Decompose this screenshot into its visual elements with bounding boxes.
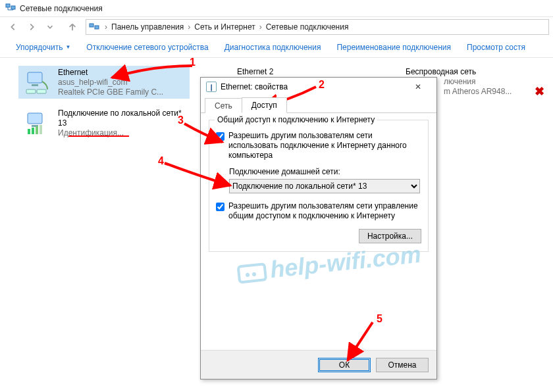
connection-wifi-status: лючения bbox=[444, 77, 476, 87]
allow-share-row: Разрешить другим пользователям сети испо… bbox=[216, 131, 421, 160]
connection-lan13[interactable]: Подключение по локальной сети* 13 Иденти… bbox=[18, 107, 190, 139]
dialog-body: Общий доступ к подключению к Интернету Р… bbox=[201, 113, 436, 350]
nav-forward-button[interactable] bbox=[22, 19, 41, 35]
tab-sharing[interactable]: Доступ bbox=[242, 97, 287, 113]
disabled-x-icon: ✖ bbox=[535, 84, 544, 99]
allow-control-label: Разрешить другим пользователям сети упра… bbox=[228, 201, 421, 221]
svg-rect-12 bbox=[36, 126, 38, 134]
settings-button[interactable]: Настройка... bbox=[359, 229, 421, 243]
dialog-titlebar: ❙ Ethernet: свойства ✕ bbox=[201, 78, 436, 96]
allow-control-checkbox[interactable] bbox=[216, 203, 224, 211]
nav-up-button[interactable] bbox=[63, 19, 82, 35]
ics-group-legend: Общий доступ к подключению к Интернету bbox=[215, 115, 377, 124]
home-network-label: Подключение домашней сети: bbox=[229, 167, 421, 176]
connection-wifi-device: m Atheros AR948... bbox=[444, 87, 512, 97]
chevron-right-icon[interactable]: › bbox=[102, 22, 110, 32]
allow-share-label: Разрешить другим пользователям сети испо… bbox=[228, 131, 421, 160]
breadcrumb-item[interactable]: Сеть и Интернет bbox=[193, 22, 256, 32]
svg-rect-5 bbox=[32, 84, 38, 86]
nav-back-button[interactable] bbox=[4, 19, 22, 35]
nav-dropdown-button[interactable] bbox=[41, 19, 59, 35]
window-titlebar: Сетевые подключения bbox=[0, 0, 553, 17]
toolbar: Упорядочить▼ Отключение сетевого устройс… bbox=[0, 37, 553, 58]
toolbar-organize-label: Упорядочить bbox=[16, 43, 63, 52]
svg-rect-11 bbox=[32, 128, 34, 134]
network-folder-icon bbox=[89, 22, 99, 32]
navbar: › Панель управления › Сеть и Интернет › … bbox=[0, 17, 553, 37]
svg-rect-0 bbox=[6, 4, 10, 7]
breadcrumb-item[interactable]: Панель управления bbox=[110, 22, 185, 32]
breadcrumb-item[interactable]: Сетевые подключения bbox=[265, 22, 350, 32]
connection-ethernet2[interactable]: Ethernet 2 bbox=[237, 67, 273, 77]
network-connections-icon bbox=[5, 2, 16, 14]
toolbar-organize[interactable]: Упорядочить▼ bbox=[8, 43, 78, 52]
chevron-right-icon[interactable]: › bbox=[185, 22, 193, 32]
svg-rect-4 bbox=[28, 72, 42, 83]
connection-wifi[interactable]: Беспроводная сеть bbox=[406, 67, 476, 77]
tab-network[interactable]: Сеть bbox=[205, 98, 242, 113]
toolbar-disable-device[interactable]: Отключение сетевого устройства bbox=[78, 43, 216, 52]
svg-rect-8 bbox=[28, 113, 42, 124]
connection-name: Ethernet bbox=[58, 68, 190, 78]
connection-status: Идентификация... bbox=[58, 128, 190, 138]
ics-group: Общий доступ к подключению к Интернету Р… bbox=[209, 120, 429, 252]
svg-rect-13 bbox=[40, 125, 42, 134]
properties-dialog: ❙ Ethernet: свойства ✕ Сеть Доступ Общий… bbox=[200, 77, 437, 380]
lan-icon bbox=[18, 107, 58, 139]
ethernet-icon bbox=[18, 66, 58, 99]
connection-device: Realtek PCIe GBE Family C... bbox=[58, 87, 190, 97]
connection-status: asus_help-wifi_com bbox=[58, 78, 190, 87]
cancel-button[interactable]: Отмена bbox=[376, 358, 429, 372]
allow-share-checkbox[interactable] bbox=[216, 132, 224, 141]
tabstrip: Сеть Доступ bbox=[201, 96, 436, 113]
svg-rect-3 bbox=[95, 26, 99, 29]
svg-rect-7 bbox=[37, 89, 46, 93]
connection-ethernet[interactable]: Ethernet asus_help-wifi_com Realtek PCIe… bbox=[18, 66, 190, 99]
dialog-footer: ОК Отмена bbox=[201, 350, 436, 379]
window-title: Сетевые подключения bbox=[20, 4, 103, 13]
svg-rect-6 bbox=[26, 89, 36, 93]
svg-rect-2 bbox=[90, 24, 93, 27]
connection-name: Подключение по локальной сети* 13 bbox=[58, 109, 190, 128]
dialog-title: Ethernet: свойства bbox=[221, 82, 288, 91]
toolbar-diagnose[interactable]: Диагностика подключения bbox=[217, 43, 329, 52]
home-network-select[interactable]: Подключение по локальной сети* 13 bbox=[229, 179, 420, 193]
allow-control-row: Разрешить другим пользователям сети упра… bbox=[216, 201, 421, 221]
chevron-right-icon[interactable]: › bbox=[257, 22, 265, 32]
address-bar[interactable]: › Панель управления › Сеть и Интернет › … bbox=[86, 19, 549, 35]
chevron-down-icon: ▼ bbox=[65, 44, 70, 50]
svg-rect-10 bbox=[28, 129, 30, 134]
toolbar-rename[interactable]: Переименование подключения bbox=[329, 43, 459, 52]
svg-rect-1 bbox=[11, 6, 15, 9]
dialog-close-button[interactable]: ✕ bbox=[405, 80, 431, 94]
ok-button[interactable]: ОК bbox=[318, 358, 371, 372]
adapter-icon: ❙ bbox=[206, 82, 217, 92]
toolbar-view-status[interactable]: Просмотр состя bbox=[459, 43, 533, 52]
